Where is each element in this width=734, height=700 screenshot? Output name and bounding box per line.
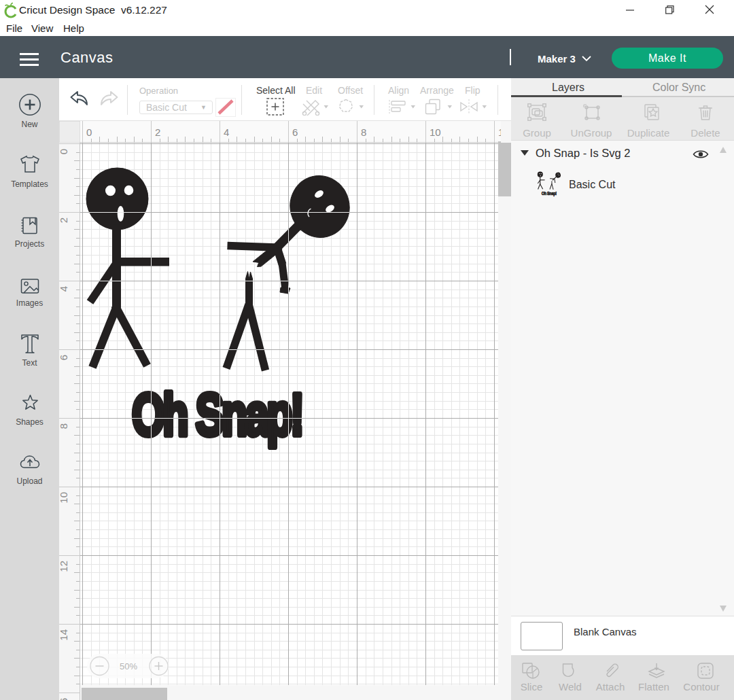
svg-text:8: 8: [361, 126, 366, 138]
svg-text:6: 6: [292, 126, 298, 138]
svg-text:4: 4: [59, 286, 69, 292]
svg-text:10: 10: [430, 126, 441, 138]
svg-text:8: 8: [59, 423, 69, 429]
svg-text:0: 0: [86, 126, 92, 138]
svg-text:4: 4: [224, 126, 229, 138]
svg-text:2: 2: [59, 217, 69, 223]
svg-text:10: 10: [59, 492, 69, 504]
svg-text:50%: 50%: [120, 661, 137, 671]
svg-text:2: 2: [155, 126, 160, 138]
svg-text:0: 0: [59, 149, 69, 154]
svg-text:12: 12: [59, 561, 69, 572]
svg-text:6: 6: [59, 355, 69, 360]
svg-text:14: 14: [59, 629, 69, 641]
svg-text:Oh Snap!: Oh Snap!: [542, 190, 557, 196]
